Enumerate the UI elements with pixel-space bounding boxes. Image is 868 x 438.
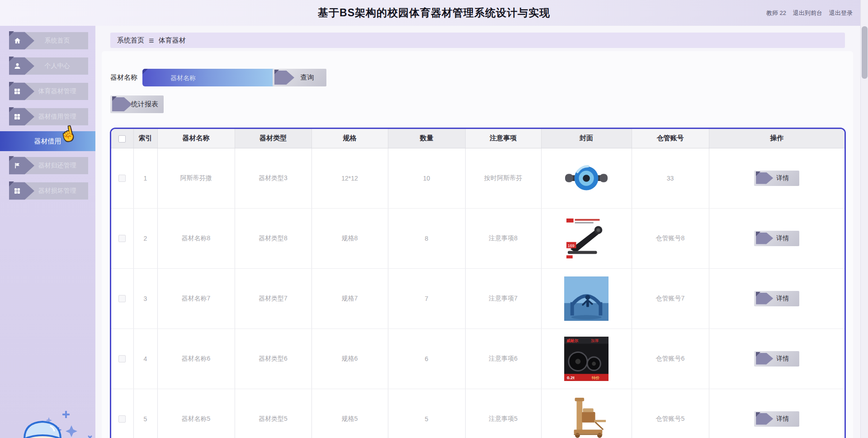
page-title: 基于BS架构的校园体育器材管理系统设计与实现	[0, 0, 868, 26]
row-checkbox[interactable]	[118, 295, 126, 302]
equipment-table: 索引器材名称器材类型规格数量注意事项封面仓管账号操作 1阿斯蒂芬撒器材类型312…	[111, 129, 844, 438]
cell-note: 注意事项8	[465, 208, 541, 268]
cell-index: 5	[133, 389, 157, 438]
equipment-name-input[interactable]	[142, 69, 288, 86]
cell-spec: 规格7	[311, 268, 388, 328]
cell-equipment-name: 器材名称7	[157, 268, 235, 328]
sidebar-item-器材借用[interactable]: 器材借用☝	[0, 131, 95, 151]
breadcrumb: 系统首页 ☰ 体育器材	[110, 33, 845, 48]
row-checkbox[interactable]	[118, 355, 126, 362]
logout-link[interactable]: 退出登录	[829, 9, 853, 17]
vertical-scrollbar[interactable]	[860, 0, 868, 438]
sidebar-nav: 系统首页个人中心体育器材管理器材借用管理器材借用☝器材归还管理器材损坏管理	[0, 26, 95, 200]
column-header-器材名称: 器材名称	[157, 129, 235, 148]
cell-note: 按时阿斯蒂芬	[465, 148, 541, 208]
sidebar-item-个人中心[interactable]: 个人中心	[11, 57, 88, 75]
cell-warehouse-account: 仓管账号5	[632, 389, 709, 438]
cell-quantity: 6	[388, 328, 465, 389]
fold-corner-icon	[756, 352, 760, 357]
cell-note: 注意事项7	[465, 268, 541, 328]
cell-equipment-name: 器材名称5	[157, 389, 235, 438]
table-row: 3器材名称7器材类型7规格77注意事项7仓管账号7详情	[111, 268, 844, 328]
cell-warehouse-account: 仓管账号6	[632, 328, 709, 389]
detail-button[interactable]: 详情	[754, 171, 799, 186]
cell-quantity: 8	[388, 208, 465, 268]
current-user-label: 教师 22	[766, 9, 786, 17]
sidebar-item-体育器材管理[interactable]: 体育器材管理	[11, 83, 88, 100]
table-row: 5器材名称5器材类型5规格55注意事项5仓管账号5详情	[111, 389, 844, 438]
exit-front-link[interactable]: 退出到前台	[793, 9, 822, 17]
sidebar-item-器材借用管理[interactable]: 器材借用管理	[11, 108, 88, 125]
fold-corner-icon	[756, 412, 760, 417]
table-row: 2器材名称8器材类型8规格88注意事项8169仓管账号8详情	[111, 208, 844, 268]
cell-quantity: 5	[388, 389, 465, 438]
svg-text:加厚: 加厚	[591, 338, 599, 343]
sidebar-item-label: 个人中心	[29, 62, 70, 70]
cover-image-abdominal-machine: 169	[564, 216, 609, 261]
table-row: 4器材名称6器材类型6规格66注意事项6威耐尔加厚0.2t特价仓管账号6详情	[111, 328, 844, 389]
sidebar-item-系统首页[interactable]: 系统首页	[11, 32, 88, 49]
cover-image-ab-roller-wheel	[564, 156, 609, 200]
sidebar-item-label: 体育器材管理	[23, 87, 76, 95]
header-links: 教师 22 退出到前台 退出登录	[766, 0, 853, 26]
row-checkbox[interactable]	[118, 175, 126, 182]
sidebar-item-label: 系统首页	[29, 37, 70, 45]
detail-button[interactable]: 详情	[754, 231, 799, 246]
column-header-索引: 索引	[133, 129, 157, 148]
fold-corner-icon	[274, 70, 279, 74]
cell-index: 4	[133, 328, 157, 389]
detail-button[interactable]: 详情	[754, 411, 799, 427]
sidebar-item-label: 器材借用管理	[23, 113, 76, 121]
cover-image-weight-plates: 威耐尔加厚0.2t特价	[564, 337, 609, 381]
column-header-仓管账号: 仓管账号	[632, 129, 709, 148]
cell-quantity: 10	[388, 148, 465, 208]
fold-corner-icon	[756, 292, 760, 296]
top-header: 基于BS架构的校园体育器材管理系统设计与实现 教师 22 退出到前台 退出登录	[0, 0, 868, 26]
cell-warehouse-account: 仓管账号7	[632, 268, 709, 328]
svg-text:威耐尔: 威耐尔	[566, 338, 579, 343]
column-header-规格: 规格	[311, 129, 388, 148]
cell-note: 注意事项5	[465, 389, 541, 438]
column-header-操作: 操作	[709, 129, 844, 148]
cell-note: 注意事项6	[465, 328, 541, 389]
cell-equipment-type: 器材类型5	[235, 389, 311, 438]
search-field-label: 器材名称	[110, 73, 137, 82]
sidebar-item-label: 器材损坏管理	[23, 187, 76, 195]
cell-warehouse-account: 33	[632, 148, 709, 208]
svg-text:特价: 特价	[592, 376, 600, 380]
column-header-注意事项: 注意事项	[465, 129, 541, 148]
detail-button-label: 详情	[764, 234, 789, 243]
cell-warehouse-account: 仓管账号8	[632, 208, 709, 268]
query-button[interactable]: 查询	[273, 69, 326, 86]
cell-equipment-name: 器材名称8	[157, 208, 235, 268]
sidebar-item-器材归还管理[interactable]: 器材归还管理	[11, 157, 88, 174]
select-all-checkbox[interactable]	[118, 135, 126, 143]
mascot-illustration	[4, 386, 94, 438]
cell-spec: 规格6	[311, 328, 388, 389]
row-checkbox[interactable]	[118, 235, 126, 242]
detail-button-label: 详情	[764, 355, 789, 363]
main-content: 系统首页 ☰ 体育器材 器材名称 查询 统计报表 索引器材	[95, 26, 860, 438]
cell-equipment-type: 器材类型3	[235, 148, 311, 208]
cell-spec: 规格8	[311, 208, 388, 268]
cursor-hand-icon: ☝	[58, 124, 78, 143]
cell-equipment-name: 器材名称6	[157, 328, 235, 389]
column-header-封面: 封面	[541, 129, 632, 148]
table-header-row: 索引器材名称器材类型规格数量注意事项封面仓管账号操作	[111, 129, 844, 148]
row-checkbox[interactable]	[118, 415, 126, 423]
svg-text:169: 169	[568, 243, 575, 248]
detail-button[interactable]: 详情	[754, 291, 799, 306]
cell-spec: 12*12	[311, 148, 388, 208]
detail-button-label: 详情	[764, 295, 789, 303]
detail-button-label: 详情	[764, 174, 789, 182]
cell-index: 3	[133, 268, 157, 328]
fold-corner-icon	[756, 171, 760, 176]
breadcrumb-home[interactable]: 系统首页	[117, 36, 144, 45]
report-button[interactable]: 统计报表	[110, 95, 164, 113]
sidebar-item-器材损坏管理[interactable]: 器材损坏管理	[11, 182, 88, 200]
cell-quantity: 7	[388, 268, 465, 328]
cell-index: 1	[133, 148, 157, 208]
table-row: 1阿斯蒂芬撒器材类型312*1210按时阿斯蒂芬33详情	[111, 148, 844, 208]
detail-button[interactable]: 详情	[754, 351, 799, 367]
scrollbar-thumb[interactable]	[862, 26, 868, 79]
